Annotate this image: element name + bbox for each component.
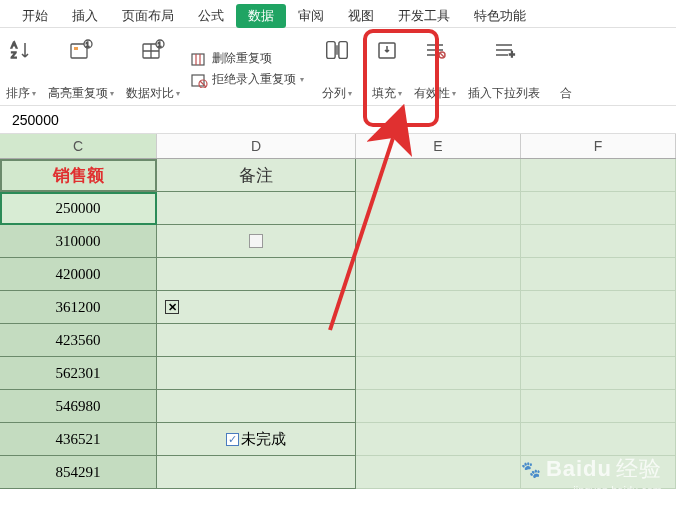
checkbox-x-icon[interactable]: ✕	[165, 300, 179, 314]
cell[interactable]	[521, 357, 676, 390]
checkbox-empty-icon[interactable]	[249, 234, 263, 248]
col-header-c[interactable]: C	[0, 134, 157, 158]
highlight-dup-icon: 1	[67, 36, 95, 64]
formula-bar[interactable]: 250000	[0, 106, 676, 134]
tab-start[interactable]: 开始	[10, 4, 60, 28]
svg-rect-3	[74, 47, 78, 50]
svg-text:1: 1	[158, 41, 162, 48]
cell[interactable]	[356, 456, 521, 489]
tab-special[interactable]: 特色功能	[462, 4, 538, 28]
cell[interactable]: 436521	[0, 423, 157, 456]
cell[interactable]	[356, 159, 521, 192]
cell[interactable]	[356, 423, 521, 456]
delete-dup-icon	[190, 51, 208, 67]
menu-tabs: 开始 插入 页面布局 公式 数据 审阅 视图 开发工具 特色功能	[0, 0, 676, 28]
insert-dropdown-icon: +	[490, 36, 518, 64]
incomplete-label: 未完成	[241, 430, 286, 449]
cell[interactable]	[521, 192, 676, 225]
tab-data[interactable]: 数据	[236, 4, 286, 28]
cell[interactable]	[356, 225, 521, 258]
cell[interactable]	[157, 357, 356, 390]
insert-dropdown-button[interactable]: + 插入下拉列表	[462, 36, 546, 102]
svg-text:1: 1	[86, 41, 90, 48]
cell[interactable]: 361200	[0, 291, 157, 324]
cell[interactable]: 420000	[0, 258, 157, 291]
cell[interactable]	[521, 159, 676, 192]
cell[interactable]	[157, 456, 356, 489]
cell[interactable]	[157, 324, 356, 357]
sort-button[interactable]: AZ 排序▾	[0, 36, 42, 102]
fill-icon	[373, 36, 401, 64]
column-headers: C D E F	[0, 134, 676, 159]
ribbon: AZ 排序▾ 1 高亮重复项▾ 1 数据对比▾ 删除重复项 拒绝录入重复项▾ 分…	[0, 28, 676, 106]
sales-header[interactable]: 销售额	[0, 159, 157, 192]
cell[interactable]	[157, 390, 356, 423]
cell[interactable]: ✕	[157, 291, 356, 324]
cell[interactable]	[157, 192, 356, 225]
cell[interactable]	[356, 258, 521, 291]
merge-icon	[552, 36, 580, 64]
cell[interactable]: 250000	[0, 192, 157, 225]
tab-page-layout[interactable]: 页面布局	[110, 4, 186, 28]
svg-rect-9	[192, 54, 204, 65]
delete-dup-button[interactable]: 删除重复项	[190, 50, 304, 67]
svg-rect-12	[327, 42, 335, 59]
col-header-d[interactable]: D	[157, 134, 356, 158]
merge-button[interactable]: 合	[546, 36, 586, 102]
cell[interactable]: 546980	[0, 390, 157, 423]
tab-review[interactable]: 审阅	[286, 4, 336, 28]
validity-button[interactable]: 有效性▾	[408, 36, 462, 102]
tab-insert[interactable]: 插入	[60, 4, 110, 28]
cell[interactable]	[356, 324, 521, 357]
cell[interactable]	[521, 324, 676, 357]
svg-rect-13	[339, 42, 347, 59]
cell[interactable]	[356, 390, 521, 423]
cell[interactable]	[521, 291, 676, 324]
cell[interactable]	[356, 291, 521, 324]
tab-dev[interactable]: 开发工具	[386, 4, 462, 28]
tab-view[interactable]: 视图	[336, 4, 386, 28]
cell[interactable]	[356, 192, 521, 225]
highlight-dup-button[interactable]: 1 高亮重复项▾	[42, 36, 120, 102]
cell[interactable]: 854291	[0, 456, 157, 489]
sort-icon: AZ	[7, 36, 35, 64]
svg-text:A: A	[11, 40, 17, 50]
cell[interactable]: 423560	[0, 324, 157, 357]
col-header-e[interactable]: E	[356, 134, 521, 158]
cell[interactable]	[521, 390, 676, 423]
cell[interactable]	[157, 225, 356, 258]
split-col-button[interactable]: 分列▾	[308, 36, 366, 102]
data-compare-button[interactable]: 1 数据对比▾	[120, 36, 186, 102]
cell[interactable]: ✓未完成	[157, 423, 356, 456]
spreadsheet: C D E F 销售额 250000 310000 420000 361200 …	[0, 134, 676, 489]
cell[interactable]: 562301	[0, 357, 157, 390]
cell[interactable]	[521, 225, 676, 258]
validity-icon	[421, 36, 449, 64]
svg-text:+: +	[509, 49, 515, 60]
cell[interactable]	[521, 456, 676, 489]
cell[interactable]	[521, 423, 676, 456]
cell[interactable]: 310000	[0, 225, 157, 258]
svg-text:Z: Z	[11, 50, 17, 60]
cell[interactable]	[356, 357, 521, 390]
fill-button[interactable]: 填充▾	[366, 36, 408, 102]
reject-dup-icon	[190, 72, 208, 88]
cell[interactable]	[521, 258, 676, 291]
tab-formula[interactable]: 公式	[186, 4, 236, 28]
cell[interactable]	[157, 258, 356, 291]
checkbox-checked-icon[interactable]: ✓	[226, 433, 239, 446]
data-compare-icon: 1	[139, 36, 167, 64]
remark-header[interactable]: 备注	[157, 159, 356, 192]
split-col-icon	[323, 36, 351, 64]
reject-dup-button[interactable]: 拒绝录入重复项▾	[190, 71, 304, 88]
col-header-f[interactable]: F	[521, 134, 676, 158]
